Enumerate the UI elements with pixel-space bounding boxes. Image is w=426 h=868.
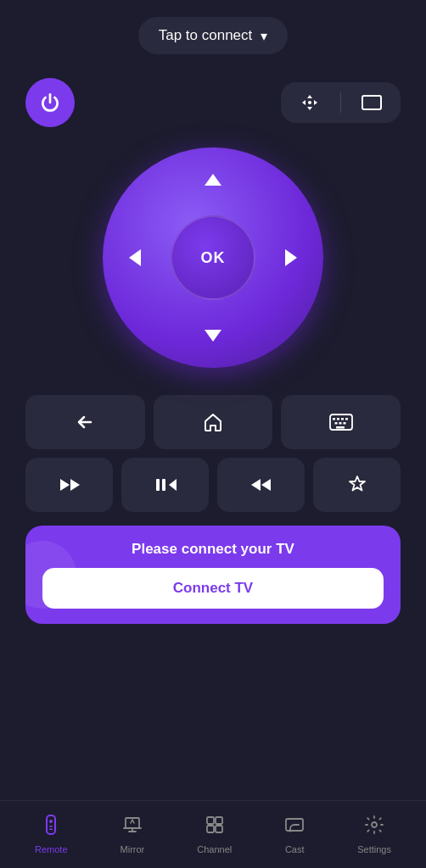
svg-point-14 [49, 820, 53, 823]
dpad-right-button[interactable] [274, 241, 308, 275]
home-icon [203, 413, 223, 431]
nav-divider [340, 92, 341, 113]
move-button[interactable] [293, 89, 327, 116]
keyboard-button[interactable] [281, 395, 401, 449]
main-content: Tap to connect ▾ [0, 0, 426, 800]
left-arrow-icon [129, 249, 141, 266]
move-icon [300, 92, 320, 113]
down-arrow-icon [205, 330, 221, 342]
settings-nav-label: Settings [357, 844, 391, 854]
dpad-container: OK [103, 147, 323, 368]
svg-rect-4 [337, 418, 339, 420]
cast-nav-icon [284, 815, 305, 840]
svg-rect-7 [334, 422, 337, 425]
screen-icon [362, 95, 382, 110]
svg-point-23 [372, 822, 377, 827]
right-arrow-icon [285, 249, 297, 266]
dpad-ok-button[interactable]: OK [171, 215, 255, 300]
screen-button[interactable] [355, 92, 389, 114]
remote-nav-label: Remote [35, 844, 68, 854]
bottom-nav: Remote Mirror Channel [0, 800, 426, 868]
nav-group [281, 82, 401, 123]
power-button[interactable] [25, 78, 75, 127]
svg-rect-19 [207, 826, 214, 832]
connect-panel-message: Please connect your TV [132, 541, 294, 558]
connect-bar-text: Tap to connect [159, 27, 253, 44]
home-button[interactable] [154, 395, 273, 449]
playpause-icon [154, 476, 177, 493]
svg-point-22 [289, 830, 292, 832]
button-grid [25, 395, 401, 512]
top-controls [25, 78, 401, 127]
nav-item-mirror[interactable]: Mirror [109, 808, 157, 861]
keyboard-icon [329, 414, 353, 431]
svg-rect-9 [343, 422, 345, 425]
mirror-nav-label: Mirror [121, 844, 145, 854]
svg-rect-6 [345, 418, 348, 420]
back-button[interactable] [25, 395, 145, 449]
button-row-1 [25, 395, 401, 449]
nav-item-remote[interactable]: Remote [23, 808, 80, 861]
svg-rect-18 [216, 817, 222, 824]
rewind-button[interactable] [25, 458, 113, 512]
playpause-button[interactable] [121, 458, 209, 512]
nav-item-channel[interactable]: Channel [185, 808, 244, 861]
fastforward-icon [249, 476, 273, 493]
svg-rect-20 [216, 826, 222, 832]
star-icon [347, 475, 367, 495]
back-icon [75, 414, 95, 431]
connect-bar[interactable]: Tap to connect ▾ [138, 17, 289, 54]
power-icon [39, 92, 61, 114]
mirror-nav-icon [122, 815, 143, 840]
svg-rect-3 [333, 418, 335, 420]
channel-nav-icon [205, 815, 225, 840]
fastforward-button[interactable] [217, 458, 305, 512]
svg-rect-12 [162, 479, 165, 491]
svg-rect-11 [156, 479, 160, 491]
svg-rect-8 [339, 422, 341, 425]
svg-rect-17 [207, 817, 214, 824]
rewind-icon [58, 476, 81, 493]
remote-nav-icon [41, 815, 61, 840]
svg-rect-16 [49, 829, 53, 831]
svg-rect-15 [49, 826, 53, 827]
dpad-ok-label: OK [201, 249, 226, 267]
dpad-up-button[interactable] [196, 163, 230, 197]
channel-nav-label: Channel [197, 844, 232, 854]
connect-tv-panel: Please connect your TV Connect TV [25, 526, 401, 624]
button-row-2 [25, 458, 401, 512]
dpad-down-button[interactable] [196, 319, 230, 353]
svg-rect-10 [336, 426, 345, 429]
star-button[interactable] [313, 458, 401, 512]
up-arrow-icon [205, 174, 221, 186]
cast-nav-label: Cast [285, 844, 305, 854]
chevron-down-icon: ▾ [261, 28, 267, 44]
settings-nav-icon [364, 815, 384, 840]
dpad-outer: OK [103, 147, 323, 368]
dpad-left-button[interactable] [118, 241, 152, 275]
svg-rect-5 [341, 418, 344, 420]
nav-item-settings[interactable]: Settings [345, 808, 403, 861]
svg-rect-13 [47, 815, 55, 834]
nav-item-cast[interactable]: Cast [272, 808, 317, 861]
svg-rect-1 [362, 96, 381, 109]
connect-tv-button[interactable]: Connect TV [42, 568, 384, 609]
svg-point-0 [308, 101, 311, 104]
